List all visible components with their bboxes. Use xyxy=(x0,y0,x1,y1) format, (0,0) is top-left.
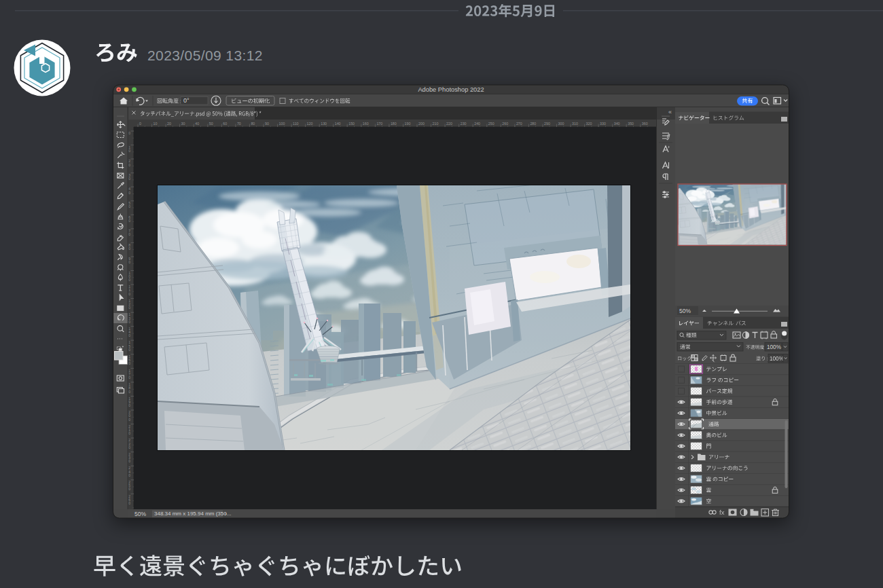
svg-text:260: 260 xyxy=(502,122,508,126)
svg-text:2023/05/09 13:12: 2023/05/09 13:12 xyxy=(147,48,263,63)
svg-text:110: 110 xyxy=(293,122,298,126)
svg-text:0: 0 xyxy=(128,260,130,264)
svg-text:40: 40 xyxy=(195,122,199,126)
svg-text:340: 340 xyxy=(614,122,620,126)
svg-text:350: 350 xyxy=(628,122,634,126)
svg-text:0: 0 xyxy=(128,431,130,435)
svg-text:80: 80 xyxy=(251,122,255,126)
svg-text:0: 0 xyxy=(128,445,130,449)
svg-text:250: 250 xyxy=(488,122,494,126)
svg-text:230: 230 xyxy=(461,122,467,126)
svg-text:0: 0 xyxy=(128,292,130,296)
svg-text:0: 0 xyxy=(128,232,130,236)
svg-text:0: 0 xyxy=(128,501,130,505)
svg-text:0: 0 xyxy=(128,219,130,223)
svg-text:160: 160 xyxy=(363,122,369,126)
svg-text:200: 200 xyxy=(418,122,425,126)
svg-text:130: 130 xyxy=(321,122,327,126)
svg-text:348.34 mm x 195.94 mm (350...: 348.34 mm x 195.94 mm (350... xyxy=(154,511,231,517)
svg-text:0: 0 xyxy=(128,149,130,153)
svg-text:90: 90 xyxy=(265,122,269,126)
svg-text:140: 140 xyxy=(335,122,341,126)
svg-text:0: 0 xyxy=(128,459,130,463)
svg-text:300: 300 xyxy=(558,122,564,126)
svg-text:0: 0 xyxy=(128,487,130,491)
svg-text:210: 210 xyxy=(433,122,439,126)
svg-text:320: 320 xyxy=(586,122,592,126)
svg-text:330: 330 xyxy=(600,122,606,126)
svg-text:0: 0 xyxy=(128,131,130,135)
svg-text:0: 0 xyxy=(128,278,130,282)
svg-text:100%: 100% xyxy=(767,344,781,350)
svg-text:0: 0 xyxy=(128,473,130,477)
svg-text:50%: 50% xyxy=(134,511,146,517)
svg-text:290: 290 xyxy=(544,122,550,126)
svg-text:60: 60 xyxy=(223,122,227,126)
svg-text:0: 0 xyxy=(128,246,130,251)
svg-text:280: 280 xyxy=(530,122,536,126)
svg-text:0: 0 xyxy=(128,418,130,422)
svg-text:0: 0 xyxy=(128,204,130,208)
svg-text:›: › xyxy=(225,511,227,517)
svg-text:0°: 0° xyxy=(183,97,190,104)
svg-text:20: 20 xyxy=(167,122,171,126)
svg-text:10: 10 xyxy=(154,122,158,126)
svg-text:220: 220 xyxy=(446,122,452,126)
svg-text:«: « xyxy=(668,109,672,115)
svg-text:0: 0 xyxy=(128,163,130,167)
svg-text:360: 360 xyxy=(642,122,648,126)
svg-text:240: 240 xyxy=(474,122,480,126)
svg-text:180: 180 xyxy=(391,122,397,126)
svg-text:0: 0 xyxy=(128,375,130,380)
svg-text:30: 30 xyxy=(181,122,185,126)
svg-text:120: 120 xyxy=(307,122,313,126)
svg-text:50: 50 xyxy=(209,122,213,126)
svg-text:150: 150 xyxy=(348,122,355,126)
svg-text:70: 70 xyxy=(237,122,241,126)
svg-text:0: 0 xyxy=(128,320,130,324)
svg-text:50%: 50% xyxy=(679,308,691,314)
svg-text:190: 190 xyxy=(405,122,411,126)
svg-text:0: 0 xyxy=(128,333,130,337)
svg-text:fx: fx xyxy=(719,509,725,516)
svg-text:100%: 100% xyxy=(770,356,784,362)
svg-text:270: 270 xyxy=(516,122,522,126)
svg-text:100: 100 xyxy=(279,122,285,126)
svg-text:0: 0 xyxy=(128,348,130,352)
svg-text:310: 310 xyxy=(572,122,578,126)
svg-text:170: 170 xyxy=(376,122,382,126)
svg-text:0: 0 xyxy=(128,177,130,181)
svg-text:0: 0 xyxy=(139,122,141,126)
svg-text:0: 0 xyxy=(128,403,130,407)
svg-text:Adobe Photoshop 2022: Adobe Photoshop 2022 xyxy=(418,86,484,93)
svg-text:0: 0 xyxy=(128,191,130,195)
svg-text:0: 0 xyxy=(128,390,130,394)
svg-text:0: 0 xyxy=(128,361,130,365)
svg-text:0: 0 xyxy=(128,306,130,310)
